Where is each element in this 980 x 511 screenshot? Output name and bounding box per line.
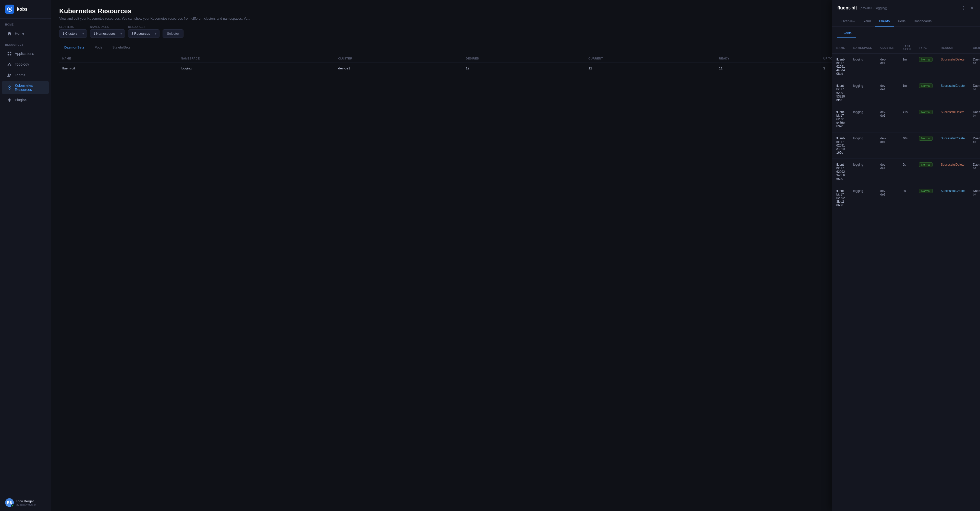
tab-pods[interactable]: Pods [89, 43, 107, 53]
event-type-6: Normal [915, 185, 937, 211]
event-cluster-6: dev-de1 [876, 185, 898, 211]
event-reason-6: SuccessfulCreate [937, 185, 969, 211]
col-desired: Desired [463, 54, 585, 63]
panel-subtitle: (dev-de1 / logging) [859, 6, 887, 10]
sidebar-item-teams[interactable]: Teams [2, 70, 49, 80]
event-row-1: fluent-bit.17620914e3d408dd logging dev-… [832, 54, 980, 80]
sidebar-item-applications[interactable]: Applications [2, 49, 49, 59]
user-online-dot [11, 505, 14, 507]
event-reason-2: SuccessfulCreate [937, 80, 969, 106]
resources-select[interactable]: 3 Resources [128, 29, 159, 38]
event-type-2: Normal [915, 80, 937, 106]
svg-point-7 [8, 65, 9, 66]
clusters-select[interactable]: 1 Clusters [59, 29, 87, 38]
events-table-body: fluent-bit.17620914e3d408dd logging dev-… [832, 54, 980, 211]
col-name: Name [59, 54, 178, 63]
sidebar-item-home[interactable]: Home [2, 29, 49, 38]
event-type-5: Normal [915, 159, 937, 185]
events-table-header: Name Namespace Cluster Last Seen Type Re… [832, 42, 980, 54]
event-name-4: fluent-bit.1762091c8310166e [832, 132, 849, 159]
user-details: Rico Berger admin@kobs.io [16, 499, 36, 506]
event-object-1: DaemonSet bit [969, 54, 980, 80]
panel-tab-dashboards[interactable]: Dashboards [910, 16, 935, 27]
panel-header: fluent-bit (dev-de1 / logging) ⋮ ✕ [832, 0, 980, 16]
panel-tab-overview[interactable]: Overview [837, 16, 859, 27]
event-row-3: fluent-bit.1762091c469eb320 logging dev-… [832, 106, 980, 132]
clusters-select-container[interactable]: 1 Clusters ▼ [59, 29, 87, 38]
col-cluster: Cluster [335, 54, 463, 63]
svg-line-10 [10, 64, 11, 65]
panel-tab-pods[interactable]: Pods [894, 16, 910, 27]
event-name-6: fluent-bit.17620923fea28b58 [832, 185, 849, 211]
event-ns-6: logging [849, 185, 876, 211]
panel-subtab-events[interactable]: Events [837, 29, 856, 38]
namespaces-select-container[interactable]: 1 Namespaces ▼ [90, 29, 125, 38]
event-lastseen-1: 1m [899, 54, 915, 80]
svg-point-11 [8, 74, 10, 75]
svg-point-1 [9, 8, 11, 10]
event-reason-4: SuccessfulCreate [937, 132, 969, 159]
svg-rect-2 [8, 52, 9, 53]
event-row-5: fluent-bit.17620923a6566520 logging dev-… [832, 159, 980, 185]
col-ready: Ready [716, 54, 820, 63]
resources-section-label: RESOURCES [0, 39, 51, 48]
sidebar-item-plugins[interactable]: Plugins [2, 95, 49, 105]
sidebar-logo: kobs [0, 0, 51, 19]
panel-close-button[interactable]: ✕ [969, 5, 975, 11]
svg-point-8 [11, 65, 11, 66]
event-reason-1: SuccessfulDelete [937, 54, 969, 80]
namespaces-select[interactable]: 1 Namespaces [90, 29, 125, 38]
row-current: 12 [585, 63, 716, 74]
clusters-filter-wrapper: Clusters 1 Clusters ▼ [59, 25, 87, 38]
event-name-2: fluent-bit.176209153320bfc3 [832, 80, 849, 106]
avatar: RB [5, 498, 14, 507]
event-name-5: fluent-bit.17620923a6566520 [832, 159, 849, 185]
sidebar-plugins-label: Plugins [15, 98, 27, 102]
resources-filter-label: Resources [128, 25, 159, 28]
event-lastseen-2: 1m [899, 80, 915, 106]
detail-panel: fluent-bit (dev-de1 / logging) ⋮ ✕ Overv… [832, 0, 980, 511]
event-name-1: fluent-bit.17620914e3d408dd [832, 54, 849, 80]
event-cluster-5: dev-de1 [876, 159, 898, 185]
tab-daemonsets[interactable]: DaemonSets [59, 43, 89, 53]
resources-select-container[interactable]: 3 Resources ▼ [128, 29, 159, 38]
panel-more-button[interactable]: ⋮ [960, 5, 967, 11]
svg-point-12 [10, 74, 11, 75]
panel-tab-events[interactable]: Events [875, 16, 894, 27]
event-lastseen-3: 41s [899, 106, 915, 132]
event-ns-1: logging [849, 54, 876, 80]
sidebar-item-kubernetes[interactable]: Kubernetes Resources [2, 81, 49, 94]
events-col-object: Object [969, 42, 980, 54]
event-ns-2: logging [849, 80, 876, 106]
event-lastseen-6: 8s [899, 185, 915, 211]
event-cluster-1: dev-de1 [876, 54, 898, 80]
event-row-2: fluent-bit.176209153320bfc3 logging dev-… [832, 80, 980, 106]
svg-point-6 [9, 63, 10, 64]
tab-statefulsets[interactable]: StatefulSets [107, 43, 135, 53]
panel-actions: ⋮ ✕ [960, 5, 975, 11]
namespaces-filter-label: Namespaces [90, 25, 125, 28]
kubernetes-icon [7, 85, 12, 90]
clusters-filter-label: Clusters [59, 25, 87, 28]
selector-button[interactable]: Selector [162, 29, 183, 38]
event-cluster-3: dev-de1 [876, 106, 898, 132]
events-col-reason: Reason [937, 42, 969, 54]
plugins-icon [7, 98, 12, 102]
events-col-type: Type [915, 42, 937, 54]
sidebar-applications-label: Applications [15, 52, 34, 56]
events-col-cluster: Cluster [876, 42, 898, 54]
panel-tabs: Overview Yaml Events Pods Dashboards [832, 16, 980, 27]
panel-subtabs: Events [832, 27, 980, 40]
event-reason-3: SuccessfulDelete [937, 106, 969, 132]
topology-icon [7, 62, 12, 67]
sidebar-item-topology[interactable]: Topology [2, 59, 49, 69]
sidebar-teams-label: Teams [15, 73, 25, 77]
svg-point-13 [9, 87, 10, 88]
event-type-1: Normal [915, 54, 937, 80]
svg-rect-4 [8, 54, 9, 56]
panel-tab-yaml[interactable]: Yaml [859, 16, 875, 27]
sidebar-topology-label: Topology [15, 62, 29, 66]
sidebar-kubernetes-label: Kubernetes Resources [15, 83, 44, 92]
applications-icon [7, 51, 12, 56]
event-row-4: fluent-bit.1762091c8310166e logging dev-… [832, 132, 980, 159]
